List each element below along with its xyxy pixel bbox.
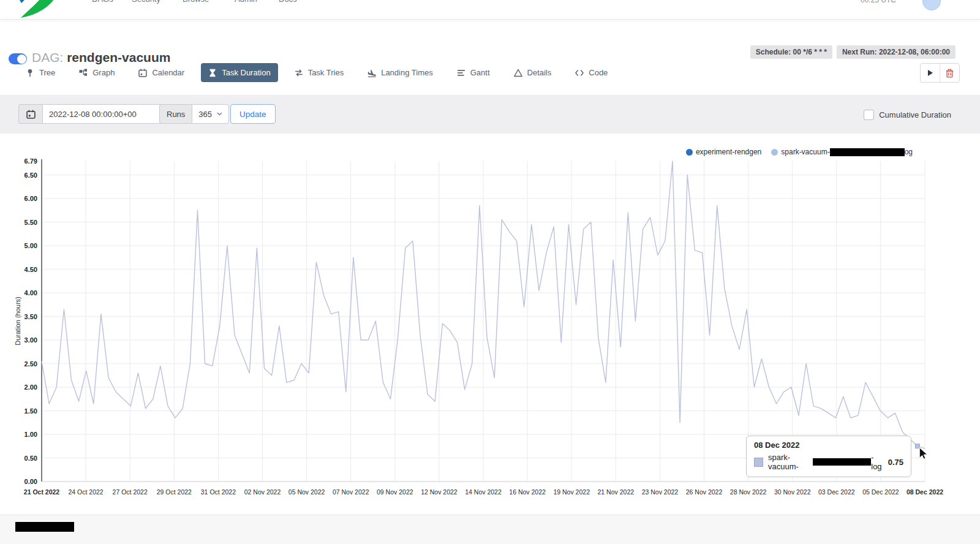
svg-text:08 Dec 2022: 08 Dec 2022 [907, 488, 943, 496]
task-duration-chart-panel: experiment-rendgenspark-vacuum-og 6.796.… [0, 134, 980, 515]
nav-item-docs[interactable]: Docs [279, 0, 297, 4]
view-tabs: TreeGraphCalendarTask DurationTask Tries… [18, 63, 615, 82]
runs-group: Runs 365 [159, 104, 229, 124]
tab-tree[interactable]: Tree [18, 63, 62, 82]
svg-text:07 Nov 2022: 07 Nov 2022 [333, 488, 369, 496]
date-picker-button[interactable] [18, 104, 42, 124]
calendar-icon [26, 110, 36, 119]
svg-text:21 Oct 2022: 21 Oct 2022 [24, 488, 60, 496]
svg-text:09 Nov 2022: 09 Nov 2022 [377, 488, 413, 496]
tab-label: Task Tries [308, 68, 344, 77]
tab-label: Details [527, 68, 552, 77]
svg-text:21 Nov 2022: 21 Nov 2022 [598, 488, 635, 496]
tab-label: Gantt [470, 68, 490, 77]
svg-text:02 Nov 2022: 02 Nov 2022 [244, 488, 281, 496]
runs-value: 365 [198, 110, 212, 119]
toggle-knob [17, 55, 26, 64]
base-date-group [18, 104, 165, 124]
play-icon [927, 69, 933, 77]
svg-text:6.50: 6.50 [24, 172, 37, 179]
runs-select[interactable]: 365 [192, 104, 229, 124]
svg-text:26 Nov 2022: 26 Nov 2022 [686, 488, 723, 496]
hourglass-icon [208, 69, 217, 77]
schedule-badges: Schedule: 00 */6 * * * Next Run: 2022-12… [750, 45, 956, 59]
base-date-input[interactable] [42, 104, 165, 124]
page-footer [0, 515, 980, 544]
schedule-badge: Schedule: 00 */6 * * * [750, 45, 832, 59]
svg-text:03 Dec 2022: 03 Dec 2022 [818, 488, 855, 496]
tab-graph[interactable]: Graph [72, 63, 122, 82]
tooltip-swatch [754, 458, 763, 467]
calendar-icon [138, 69, 147, 77]
user-avatar[interactable] [922, 0, 941, 10]
utc-clock: 00:25 UTC [861, 0, 896, 4]
svg-text:1.00: 1.00 [24, 431, 37, 438]
next-run-badge: Next Run: 2022-12-08, 06:00:00 [837, 45, 956, 59]
trigger-dag-button[interactable] [921, 64, 940, 82]
tab-label: Calendar [152, 68, 184, 77]
svg-text:0.50: 0.50 [24, 455, 37, 462]
svg-text:31 Oct 2022: 31 Oct 2022 [201, 488, 236, 496]
tab-task-duration[interactable]: Task Duration [201, 63, 277, 82]
svg-text:12 Nov 2022: 12 Nov 2022 [421, 488, 458, 496]
retry-arrows-icon [295, 69, 303, 77]
nav-item-dags[interactable]: DAGs [92, 0, 113, 4]
update-button[interactable]: Update [230, 104, 276, 124]
tooltip-date: 08 Dec 2022 [754, 440, 903, 450]
nav-item-browse[interactable]: Browse [183, 0, 209, 4]
svg-text:30 Nov 2022: 30 Nov 2022 [774, 488, 811, 496]
tooltip-value: 0.75 [888, 458, 903, 467]
tab-label: Tree [39, 68, 55, 77]
svg-text:4.50: 4.50 [24, 266, 37, 273]
svg-text:0.00: 0.00 [24, 478, 37, 485]
trash-icon [946, 69, 954, 78]
svg-text:6.79: 6.79 [24, 157, 37, 165]
airflow-logo-icon[interactable] [15, 0, 71, 19]
svg-text:14 Nov 2022: 14 Nov 2022 [465, 488, 502, 496]
tab-calendar[interactable]: Calendar [131, 63, 192, 82]
tree-pin-icon [26, 69, 34, 77]
svg-text:05 Nov 2022: 05 Nov 2022 [288, 488, 325, 496]
svg-text:23 Nov 2022: 23 Nov 2022 [642, 488, 679, 496]
svg-text:19 Nov 2022: 19 Nov 2022 [553, 488, 590, 496]
tab-label: Code [589, 68, 608, 77]
nav-item-admin[interactable]: Admin [235, 0, 257, 4]
filter-bar: Runs 365 Update Cumulative Duration [0, 95, 980, 134]
graph-icon [79, 69, 88, 77]
svg-text:5.00: 5.00 [24, 242, 37, 249]
cumulative-duration-checkbox[interactable] [864, 110, 874, 120]
svg-text:29 Oct 2022: 29 Oct 2022 [157, 488, 192, 496]
svg-text:27 Oct 2022: 27 Oct 2022 [113, 488, 148, 496]
svg-text:2.50: 2.50 [24, 360, 37, 368]
tooltip-series-row: spark-vacuum--log 0.75 [754, 453, 903, 471]
code-brackets-icon [575, 69, 584, 77]
redacted-footer-text [15, 522, 74, 532]
svg-text:6.00: 6.00 [24, 195, 37, 202]
tab-task-tries[interactable]: Task Tries [287, 63, 352, 82]
mouse-cursor-icon [919, 447, 928, 459]
top-nav: 00:25 UTC DAGsSecurityBrowseAdminDocs [0, 0, 980, 20]
tab-landing-times[interactable]: Landing Times [360, 63, 440, 82]
redacted-text [813, 458, 871, 466]
dag-header: DAG: rendgen-vacuum Schedule: 00 */6 * *… [0, 19, 980, 62]
delete-dag-button[interactable] [940, 64, 959, 82]
svg-text:5.50: 5.50 [24, 219, 37, 226]
warning-triangle-icon [514, 69, 522, 77]
chart-tooltip: 08 Dec 2022 spark-vacuum--log 0.75 [746, 436, 911, 477]
tab-gantt[interactable]: Gantt [450, 63, 497, 82]
svg-text:3.50: 3.50 [24, 313, 37, 320]
y-axis-label: Duration (hours) [14, 287, 21, 355]
nav-item-security[interactable]: Security [132, 0, 160, 4]
dag-label: DAG: [32, 50, 63, 64]
tab-code[interactable]: Code [568, 63, 615, 82]
plane-landing-icon [368, 69, 376, 77]
svg-text:05 Dec 2022: 05 Dec 2022 [862, 488, 899, 496]
tab-label: Graph [92, 68, 115, 77]
tab-label: Task Duration [222, 68, 270, 77]
dag-name: rendgen-vacuum [67, 50, 170, 64]
svg-text:2.00: 2.00 [24, 383, 37, 391]
chevron-down-icon [217, 112, 222, 116]
svg-text:24 Oct 2022: 24 Oct 2022 [68, 488, 103, 496]
tab-details[interactable]: Details [507, 63, 559, 82]
svg-text:4.00: 4.00 [24, 289, 37, 297]
